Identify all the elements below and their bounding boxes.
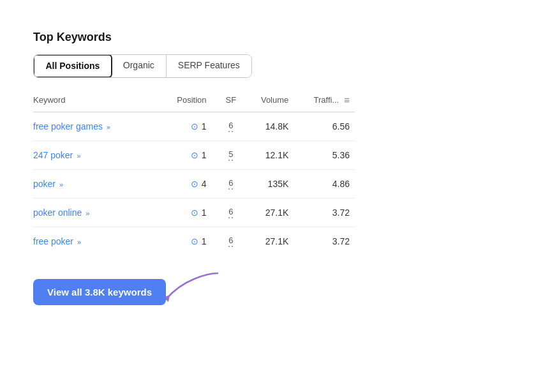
keyword-link[interactable]: free poker games — [33, 121, 103, 132]
view-all-button[interactable]: View all 3.8K keywords — [33, 279, 166, 305]
volume-cell: 14.8K — [245, 112, 294, 140]
keyword-link[interactable]: free poker — [33, 236, 73, 246]
keywords-table: Keyword Position SF Volume Traffi... ≡ f… — [33, 91, 355, 255]
keyword-link[interactable]: poker online — [33, 207, 82, 218]
sf-value: 6 — [228, 236, 233, 247]
position-value: 1 — [202, 150, 207, 160]
keyword-link[interactable]: poker — [33, 179, 56, 189]
sf-value: 5 — [228, 149, 233, 161]
position-cell: ⊙ 1 — [155, 198, 221, 227]
keyword-chevron: » — [77, 238, 81, 246]
keyword-chevron: » — [107, 123, 110, 131]
position-cell: ⊙ 1 — [155, 140, 221, 169]
link-icon: ⊙ — [191, 207, 198, 218]
keyword-chevron: » — [59, 181, 63, 188]
position-value: 1 — [202, 121, 207, 132]
widget-title: Top Keywords — [33, 31, 355, 44]
volume-cell: 12.1K — [245, 140, 294, 169]
keyword-cell[interactable]: poker » — [33, 169, 155, 198]
col-traffic: Traffi... ≡ — [294, 91, 355, 112]
link-icon: ⊙ — [191, 121, 198, 132]
sf-cell: 6 — [222, 227, 246, 255]
sf-value: 6 — [228, 121, 233, 132]
keyword-cell[interactable]: free poker » — [33, 227, 155, 255]
position-cell: ⊙ 4 — [155, 169, 221, 198]
table-row: free poker games »⊙ 1614.8K6.56 — [33, 112, 355, 140]
col-volume: Volume — [245, 91, 294, 112]
position-cell: ⊙ 1 — [155, 112, 221, 140]
position-value: 1 — [202, 236, 207, 246]
sf-cell: 6 — [222, 198, 246, 227]
link-icon: ⊙ — [191, 150, 198, 160]
keyword-cell[interactable]: 247 poker » — [33, 140, 155, 169]
top-keywords-widget: Top Keywords All Positions Organic SERP … — [15, 15, 373, 329]
sf-cell: 5 — [222, 140, 246, 169]
table-row: free poker »⊙ 1627.1K3.72 — [33, 227, 355, 255]
arrow-annotation — [163, 273, 227, 312]
tab-all-positions[interactable]: All Positions — [33, 54, 112, 78]
tab-serp-features[interactable]: SERP Features — [167, 55, 251, 77]
volume-cell: 27.1K — [245, 198, 294, 227]
footer-area: View all 3.8K keywords — [33, 273, 355, 312]
sf-cell: 6 — [222, 112, 246, 140]
sf-cell: 6 — [222, 169, 246, 198]
sf-value: 6 — [228, 178, 233, 190]
keyword-link[interactable]: 247 poker — [33, 150, 73, 160]
tab-organic[interactable]: Organic — [112, 55, 167, 77]
table-row: poker online »⊙ 1627.1K3.72 — [33, 198, 355, 227]
volume-cell: 135K — [245, 169, 294, 198]
keyword-chevron: » — [77, 152, 80, 160]
col-keyword: Keyword — [33, 91, 155, 112]
keyword-cell[interactable]: free poker games » — [33, 112, 155, 140]
traffic-cell: 4.86 — [294, 169, 355, 198]
position-value: 1 — [202, 207, 207, 218]
position-cell: ⊙ 1 — [155, 227, 221, 255]
table-row: 247 poker »⊙ 1512.1K5.36 — [33, 140, 355, 169]
col-sf: SF — [222, 91, 246, 112]
keyword-chevron: » — [86, 209, 89, 217]
volume-cell: 27.1K — [245, 227, 294, 255]
tab-bar: All Positions Organic SERP Features — [33, 54, 252, 78]
keyword-cell[interactable]: poker online » — [33, 198, 155, 227]
traffic-cell: 6.56 — [294, 112, 355, 140]
traffic-cell: 3.72 — [294, 227, 355, 255]
sf-value: 6 — [228, 207, 233, 218]
traffic-cell: 3.72 — [294, 198, 355, 227]
position-value: 4 — [202, 179, 207, 189]
table-row: poker »⊙ 46135K4.86 — [33, 169, 355, 198]
col-position: Position — [155, 91, 221, 112]
link-icon: ⊙ — [191, 236, 198, 246]
link-icon: ⊙ — [191, 179, 198, 189]
traffic-cell: 5.36 — [294, 140, 355, 169]
filter-icon[interactable]: ≡ — [344, 94, 350, 105]
